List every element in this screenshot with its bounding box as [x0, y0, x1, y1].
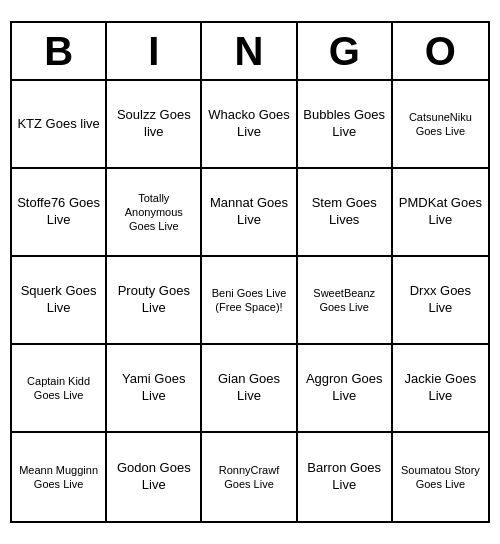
bingo-cell-11: Prouty Goes Live [107, 257, 202, 345]
bingo-cell-1: Soulzz Goes live [107, 81, 202, 169]
bingo-letter-n: N [202, 23, 297, 79]
bingo-cell-9: PMDKat Goes Live [393, 169, 488, 257]
bingo-cell-13: SweetBeanz Goes Live [298, 257, 393, 345]
bingo-cell-16: Yami Goes Live [107, 345, 202, 433]
bingo-cell-2: Whacko Goes Live [202, 81, 297, 169]
bingo-cell-15: Captain Kidd Goes Live [12, 345, 107, 433]
bingo-cell-10: Squerk Goes Live [12, 257, 107, 345]
bingo-letter-o: O [393, 23, 488, 79]
bingo-grid: KTZ Goes liveSoulzz Goes liveWhacko Goes… [12, 81, 488, 521]
bingo-cell-7: Mannat Goes Live [202, 169, 297, 257]
bingo-cell-22: RonnyCrawf Goes Live [202, 433, 297, 521]
bingo-letter-b: B [12, 23, 107, 79]
bingo-cell-12: Beni Goes Live (Free Space)! [202, 257, 297, 345]
bingo-cell-17: Gian Goes Live [202, 345, 297, 433]
bingo-card: BINGO KTZ Goes liveSoulzz Goes liveWhack… [10, 21, 490, 523]
bingo-header: BINGO [12, 23, 488, 81]
bingo-cell-0: KTZ Goes live [12, 81, 107, 169]
bingo-cell-4: CatsuneNiku Goes Live [393, 81, 488, 169]
bingo-cell-19: Jackie Goes Live [393, 345, 488, 433]
bingo-cell-18: Aggron Goes Live [298, 345, 393, 433]
bingo-cell-23: Barron Goes Live [298, 433, 393, 521]
bingo-cell-20: Meann Mugginn Goes Live [12, 433, 107, 521]
bingo-cell-24: Soumatou Story Goes Live [393, 433, 488, 521]
bingo-cell-21: Godon Goes Live [107, 433, 202, 521]
bingo-cell-5: Stoffe76 Goes Live [12, 169, 107, 257]
bingo-letter-i: I [107, 23, 202, 79]
bingo-cell-3: Bubbles Goes Live [298, 81, 393, 169]
bingo-letter-g: G [298, 23, 393, 79]
bingo-cell-14: Drxx Goes Live [393, 257, 488, 345]
bingo-cell-8: Stem Goes Lives [298, 169, 393, 257]
bingo-cell-6: Totally Anonymous Goes Live [107, 169, 202, 257]
